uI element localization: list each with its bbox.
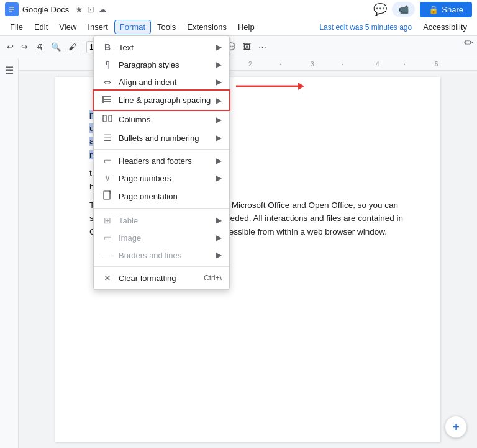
menu-help[interactable]: Help: [233, 20, 260, 34]
image-label: Image: [119, 233, 216, 243]
header-right: 💬 📹 🔒 Share: [373, 2, 472, 17]
meet-button[interactable]: 📹: [392, 2, 415, 17]
paragraph-arrow: ▶: [216, 60, 222, 69]
doc-area: pelling real-time ument authoring tool. …: [19, 71, 477, 448]
line-spacing-label: Line & paragraph spacing: [119, 96, 216, 105]
table-arrow: ▶: [216, 216, 222, 225]
svg-rect-9: [109, 115, 112, 122]
page-numbers-label: Page numbers: [119, 174, 216, 183]
menu-item-headers[interactable]: ▭ Headers and footers ▶: [94, 152, 229, 169]
menu-tools[interactable]: Tools: [152, 20, 181, 34]
svg-marker-12: [298, 83, 304, 90]
format-dropdown: B Text ▶ ¶ Paragraph styles ▶ ⇔ Align an…: [93, 35, 230, 290]
menu-format[interactable]: Format: [114, 20, 151, 34]
page-orientation-icon: [101, 190, 114, 202]
columns-arrow: ▶: [216, 115, 222, 124]
title-icons: ★ ⊡ ☁: [75, 4, 107, 14]
bullets-icon: ☰: [101, 133, 114, 143]
undo-button[interactable]: ↩: [4, 40, 17, 54]
more-button[interactable]: ⋯: [255, 40, 270, 54]
menu-item-line-spacing[interactable]: Line & paragraph spacing ▶: [94, 91, 229, 110]
columns-icon: [101, 114, 114, 125]
menu-item-clear-formatting[interactable]: ✕ Clear formatting Ctrl+\: [94, 269, 229, 287]
svg-rect-3: [9, 11, 12, 12]
bullets-label: Bullets and numbering: [119, 133, 216, 143]
redo-button[interactable]: ↪: [18, 40, 31, 54]
comment-button[interactable]: 💬: [373, 2, 387, 16]
borders-icon: —: [101, 250, 114, 260]
doc-title: Google Docs: [22, 5, 69, 14]
sidebar-left: ☰: [0, 58, 19, 448]
menu-insert[interactable]: Insert: [83, 20, 113, 34]
svg-rect-8: [103, 115, 106, 122]
svg-rect-1: [9, 7, 14, 8]
main-area: ☰ 2 · 1 · 2 · 3 · 4 · 5 pelling real-tim…: [0, 58, 477, 448]
align-icon: ⇔: [101, 77, 114, 87]
menu-item-paragraph-styles[interactable]: ¶ Paragraph styles ▶: [94, 56, 229, 73]
menu-item-text[interactable]: B Text ▶: [94, 38, 229, 56]
borders-label: Borders and lines: [119, 251, 216, 260]
print-button[interactable]: 🖨: [32, 40, 47, 54]
svg-rect-2: [9, 9, 14, 10]
share-button[interactable]: 🔒 Share: [420, 2, 472, 17]
edit-pencil-button[interactable]: ✏: [464, 36, 473, 50]
menu-item-image: ▭ Image ▶: [94, 229, 229, 246]
svg-rect-10: [104, 191, 110, 199]
page-numbers-arrow: ▶: [216, 174, 222, 182]
dropdown-menu: B Text ▶ ¶ Paragraph styles ▶ ⇔ Align an…: [93, 35, 230, 290]
divider-1: [94, 149, 229, 150]
page-orientation-label: Page orientation: [119, 192, 222, 201]
align-arrow: ▶: [216, 78, 222, 86]
image-menu-icon: ▭: [101, 233, 114, 243]
red-arrow-annotation: [230, 79, 304, 96]
sidebar-outline-icon[interactable]: ☰: [5, 65, 14, 76]
menu-item-page-orientation[interactable]: Page orientation: [94, 187, 229, 206]
line-spacing-arrow: ▶: [216, 96, 222, 105]
headers-arrow: ▶: [216, 156, 222, 165]
title-bar: Google Docs ★ ⊡ ☁ 💬 📹 🔒 Share: [0, 0, 477, 19]
paragraph-label: Paragraph styles: [119, 60, 216, 69]
toolbar: ↩ ↪ 🖨 🔍 🖌 100% ▾ B I U A A ✏ 🔗 💬 🖼 ⋯ ✏: [0, 36, 477, 58]
text-label: Text: [119, 43, 216, 52]
menu-item-columns[interactable]: Columns ▶: [94, 110, 229, 129]
divider-3: [94, 266, 229, 267]
divider1: [83, 41, 83, 53]
menu-accessibility[interactable]: Accessibility: [418, 20, 472, 34]
align-label: Align and indent: [119, 78, 216, 87]
borders-arrow: ▶: [216, 251, 222, 259]
star-icon[interactable]: ★: [75, 4, 83, 14]
paragraph-icon: ¶: [101, 60, 114, 69]
bullets-arrow: ▶: [216, 133, 222, 142]
page-numbers-icon: #: [101, 173, 114, 183]
last-edit-label: Last edit was 5 minutes ago: [319, 23, 412, 32]
clear-icon: ✕: [101, 273, 114, 283]
menu-bar: File Edit View Insert Format Tools Exten…: [0, 19, 477, 36]
line-spacing-icon: [101, 94, 114, 106]
menu-view[interactable]: View: [54, 20, 81, 34]
menu-edit[interactable]: Edit: [29, 20, 53, 34]
table-label: Table: [119, 216, 216, 225]
clear-shortcut: Ctrl+\: [204, 274, 222, 282]
grid-icon[interactable]: ⊡: [87, 4, 94, 14]
menu-extensions[interactable]: Extensions: [182, 20, 232, 34]
divider-2: [94, 208, 229, 209]
cloud-icon[interactable]: ☁: [98, 4, 107, 14]
menu-item-align[interactable]: ⇔ Align and indent ▶: [94, 73, 229, 91]
paint-format-button[interactable]: 🖌: [65, 40, 80, 54]
ruler: 2 · 1 · 2 · 3 · 4 · 5: [19, 58, 477, 71]
table-icon: ⊞: [101, 215, 114, 225]
text-icon: B: [101, 42, 114, 52]
spellcheck-button[interactable]: 🔍: [48, 40, 64, 54]
share-label: Share: [442, 5, 463, 14]
menu-item-table: ⊞ Table ▶: [94, 212, 229, 229]
columns-label: Columns: [119, 115, 216, 124]
menu-file[interactable]: File: [5, 20, 28, 34]
meet-icon: 📹: [398, 4, 409, 14]
fab-button[interactable]: +: [445, 416, 467, 438]
image-button[interactable]: 🖼: [240, 40, 254, 54]
menu-item-page-numbers[interactable]: # Page numbers ▶: [94, 169, 229, 187]
menu-item-borders: — Borders and lines ▶: [94, 246, 229, 264]
menu-item-bullets[interactable]: ☰ Bullets and numbering ▶: [94, 129, 229, 146]
app-icon: [5, 2, 19, 16]
share-icon: 🔒: [429, 5, 438, 14]
